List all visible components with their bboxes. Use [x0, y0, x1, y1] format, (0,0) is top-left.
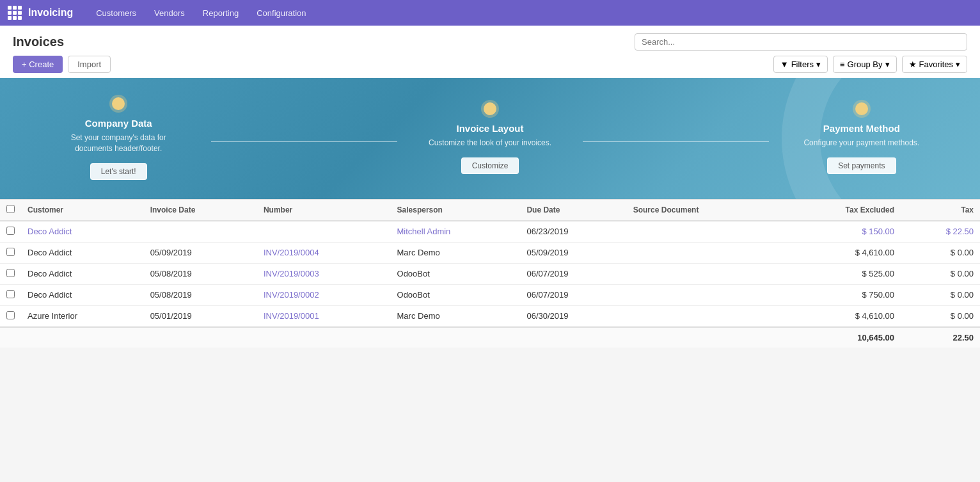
customer-link[interactable]: Deco Addict	[28, 227, 72, 236]
cell-number[interactable]: INV/2019/0001	[257, 305, 391, 327]
cell-invoice-date	[144, 221, 257, 243]
toolbar: + Create Import ▼ Filters ▾ ≡ Group By ▾…	[0, 51, 980, 78]
cell-tax[interactable]: $ 22.50	[901, 221, 980, 243]
toolbar-left: + Create Import	[13, 56, 111, 73]
footer-tax-excluded-total: 10,645.00	[780, 327, 901, 348]
nav-customers[interactable]: Customers	[88, 4, 144, 22]
step-btn-layout[interactable]: Customize	[461, 157, 519, 174]
step-btn-payment[interactable]: Set payments	[827, 157, 896, 174]
cell-tax: $ 0.00	[901, 242, 980, 263]
cell-salesperson: Marc Demo	[391, 242, 521, 263]
footer-tax-total: 22.50	[901, 327, 980, 348]
cell-invoice-date: 05/08/2019	[144, 263, 257, 284]
table-row: Deco Addict05/09/2019INV/2019/0004Marc D…	[0, 242, 980, 263]
cell-salesperson: OdooBot	[391, 284, 521, 305]
search-input[interactable]	[635, 33, 967, 51]
cell-source-document	[627, 263, 780, 284]
nav-reporting[interactable]: Reporting	[195, 4, 246, 22]
tax-excluded-link[interactable]: $ 150.00	[862, 227, 894, 236]
groupby-button[interactable]: ≡ Group By ▾	[833, 56, 897, 73]
toolbar-right: ▼ Filters ▾ ≡ Group By ▾ ★ Favorites ▾	[773, 56, 967, 73]
step-desc-company: Set your company's data for documents he…	[54, 133, 182, 154]
cell-number[interactable]: INV/2019/0003	[257, 263, 391, 284]
select-all-checkbox[interactable]	[6, 205, 15, 213]
cell-salesperson[interactable]: Mitchell Admin	[391, 221, 521, 243]
invoices-table-wrap: Customer Invoice Date Number Salesperson…	[0, 199, 980, 348]
filter-icon: ▼	[780, 60, 789, 69]
number-link[interactable]: INV/2019/0004	[264, 248, 319, 257]
col-tax[interactable]: Tax	[901, 199, 980, 221]
page-title: Invoices	[13, 35, 64, 49]
cell-tax: $ 0.00	[901, 284, 980, 305]
cell-due-date: 06/07/2019	[520, 263, 626, 284]
banner-step-company: Company Data Set your company's data for…	[26, 97, 211, 180]
cell-number[interactable]: INV/2019/0004	[257, 242, 391, 263]
table-row: Deco Addict05/08/2019INV/2019/0003OdooBo…	[0, 263, 980, 284]
cell-invoice-date: 05/01/2019	[144, 305, 257, 327]
cell-number[interactable]: INV/2019/0002	[257, 284, 391, 305]
col-source-document[interactable]: Source Document	[627, 199, 780, 221]
cell-invoice-date: 05/09/2019	[144, 242, 257, 263]
star-icon: ★	[909, 60, 917, 69]
nav-configuration[interactable]: Configuration	[249, 4, 313, 22]
cell-source-document	[627, 242, 780, 263]
cell-tax-excluded: $ 525.00	[780, 263, 901, 284]
row-checkbox[interactable]	[6, 311, 15, 319]
select-all-header[interactable]	[0, 199, 21, 221]
invoices-table: Customer Invoice Date Number Salesperson…	[0, 199, 980, 348]
step-title-payment: Payment Method	[769, 123, 954, 134]
cell-source-document	[627, 284, 780, 305]
banner-row: Company Data Set your company's data for…	[26, 97, 954, 180]
col-salesperson[interactable]: Salesperson	[391, 199, 521, 221]
row-checkbox[interactable]	[6, 227, 15, 235]
number-link[interactable]: INV/2019/0001	[264, 311, 319, 321]
cell-due-date: 06/07/2019	[520, 284, 626, 305]
salesperson-link[interactable]: Mitchell Admin	[397, 227, 451, 236]
col-tax-excluded[interactable]: Tax Excluded	[780, 199, 901, 221]
groupby-icon: ≡	[840, 60, 845, 69]
table-row: Azure Interior05/01/2019INV/2019/0001Mar…	[0, 305, 980, 327]
setup-banner: Company Data Set your company's data for…	[0, 78, 980, 199]
step-circle-layout	[484, 102, 496, 115]
nav-vendors[interactable]: Vendors	[146, 4, 193, 22]
col-due-date[interactable]: Due Date	[520, 199, 626, 221]
app-name: Invoicing	[28, 7, 73, 19]
footer-empty	[0, 327, 780, 348]
row-checkbox[interactable]	[6, 290, 15, 298]
cell-tax: $ 0.00	[901, 305, 980, 327]
banner-step-payment: Payment Method Configure your payment me…	[769, 102, 954, 174]
tax-link[interactable]: $ 22.50	[946, 227, 974, 236]
cell-due-date: 05/09/2019	[520, 242, 626, 263]
cell-tax-excluded: $ 4,610.00	[780, 242, 901, 263]
col-invoice-date[interactable]: Invoice Date	[144, 199, 257, 221]
filters-button[interactable]: ▼ Filters ▾	[773, 56, 828, 73]
cell-customer[interactable]: Deco Addict	[21, 221, 144, 243]
number-link[interactable]: INV/2019/0003	[264, 269, 319, 278]
top-nav-menu: Customers Vendors Reporting Configuratio…	[88, 4, 313, 22]
import-button[interactable]: Import	[68, 56, 111, 73]
cell-due-date: 06/23/2019	[520, 221, 626, 243]
create-button[interactable]: + Create	[13, 56, 63, 73]
table-header-row: Customer Invoice Date Number Salesperson…	[0, 199, 980, 221]
cell-tax-excluded[interactable]: $ 150.00	[780, 221, 901, 243]
favorites-button[interactable]: ★ Favorites ▾	[902, 56, 967, 73]
row-checkbox[interactable]	[6, 269, 15, 277]
step-btn-company[interactable]: Let's start!	[90, 163, 147, 180]
step-title-layout: Invoice Layout	[397, 123, 583, 134]
top-navigation: Invoicing Customers Vendors Reporting Co…	[0, 0, 980, 26]
cell-source-document	[627, 305, 780, 327]
col-customer[interactable]: Customer	[21, 199, 144, 221]
row-checkbox[interactable]	[6, 248, 15, 256]
step-desc-layout: Customize the look of your invoices.	[426, 138, 554, 149]
number-link[interactable]: INV/2019/0002	[264, 290, 319, 300]
col-number[interactable]: Number	[257, 199, 391, 221]
cell-invoice-date: 05/08/2019	[144, 284, 257, 305]
cell-salesperson: Marc Demo	[391, 305, 521, 327]
cell-customer: Deco Addict	[21, 242, 144, 263]
apps-grid-icon[interactable]	[8, 6, 22, 20]
banner-step-layout: Invoice Layout Customize the look of you…	[397, 102, 583, 174]
groupby-dropdown-icon: ▾	[885, 60, 890, 69]
page-header: Invoices	[0, 26, 980, 51]
table-footer-row: 10,645.00 22.50	[0, 327, 980, 348]
cell-number	[257, 221, 391, 243]
